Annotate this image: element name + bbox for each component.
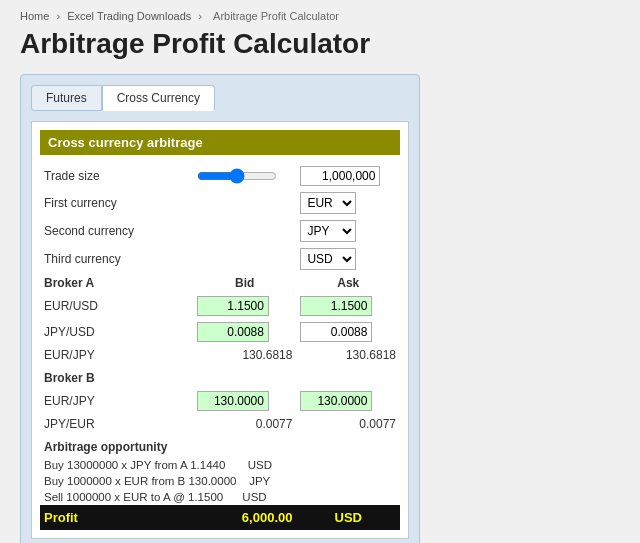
tab-bar: Futures Cross Currency <box>31 85 409 111</box>
arb-line-1-text: Buy 13000000 x JPY from A 1.1440 USD <box>40 457 400 473</box>
trade-size-slider[interactable] <box>197 168 277 184</box>
breadcrumb-current: Arbitrage Profit Calculator <box>213 10 339 22</box>
profit-row: Profit 6,000.00 USD <box>40 505 400 530</box>
broker-a-eurusd-label: EUR/USD <box>40 293 193 319</box>
broker-a-jpyusd-bid[interactable] <box>197 322 269 342</box>
third-currency-row: Third currency USD EUR JPY GBP <box>40 245 400 273</box>
broker-a-eurjpy-ask: 130.6818 <box>296 345 400 365</box>
broker-a-jpyusd-bid-cell <box>193 319 297 345</box>
broker-b-jpyeur-row: JPY/EUR 0.0077 0.0077 <box>40 414 400 434</box>
arb-line-3: Sell 1000000 x EUR to A @ 1.1500 USD <box>40 489 400 505</box>
second-currency-row: Second currency JPY EUR USD GBP <box>40 217 400 245</box>
arbitrage-label: Arbitrage opportunity <box>40 434 400 457</box>
tab-cross-currency[interactable]: Cross Currency <box>102 85 215 111</box>
second-currency-select[interactable]: JPY EUR USD GBP <box>300 220 356 242</box>
broker-b-eurjpy-bid-cell <box>193 388 297 414</box>
profit-label: Profit <box>40 505 193 530</box>
broker-a-header: Broker A <box>40 273 193 293</box>
third-currency-label: Third currency <box>40 245 193 273</box>
broker-b-jpyeur-ask: 0.0077 <box>296 414 400 434</box>
tab-container: Futures Cross Currency Cross currency ar… <box>20 74 420 543</box>
trade-size-row: Trade size <box>40 163 400 189</box>
arbitrage-header-row: Arbitrage opportunity <box>40 434 400 457</box>
broker-b-eurjpy-label: EUR/JPY <box>40 388 193 414</box>
broker-b-eurjpy-ask[interactable] <box>300 391 372 411</box>
broker-b-eurjpy-row: EUR/JPY <box>40 388 400 414</box>
broker-a-eurusd-row: EUR/USD <box>40 293 400 319</box>
broker-b-eurjpy-bid[interactable] <box>197 391 269 411</box>
broker-b-eurjpy-ask-cell <box>296 388 400 414</box>
broker-a-eurusd-ask[interactable] <box>300 296 372 316</box>
section-header: Cross currency arbitrage <box>40 130 400 155</box>
arb-line-2-text: Buy 1000000 x EUR from B 130.0000 JPY <box>40 473 400 489</box>
tab-content-cross-currency: Cross currency arbitrage Trade size Firs… <box>31 121 409 539</box>
arb-line-3-text: Sell 1000000 x EUR to A @ 1.1500 USD <box>40 489 400 505</box>
first-currency-row: First currency EUR JPY USD GBP <box>40 189 400 217</box>
bid-header: Bid <box>193 273 297 293</box>
first-currency-label: First currency <box>40 189 193 217</box>
second-currency-label: Second currency <box>40 217 193 245</box>
breadcrumb-home[interactable]: Home <box>20 10 49 22</box>
broker-b-jpyeur-label: JPY/EUR <box>40 414 193 434</box>
broker-a-eurusd-bid[interactable] <box>197 296 269 316</box>
broker-a-eurjpy-label: EUR/JPY <box>40 345 193 365</box>
calculator-table: Trade size First currency EUR JPY <box>40 163 400 530</box>
arb-line-1: Buy 13000000 x JPY from A 1.1440 USD <box>40 457 400 473</box>
profit-currency: USD <box>296 505 400 530</box>
broker-a-jpyusd-ask-cell <box>296 319 400 345</box>
broker-b-label: Broker B <box>40 365 400 388</box>
broker-a-eurjpy-row: EUR/JPY 130.6818 130.6818 <box>40 345 400 365</box>
tab-futures[interactable]: Futures <box>31 85 102 111</box>
arb-line-2: Buy 1000000 x EUR from B 130.0000 JPY <box>40 473 400 489</box>
third-currency-select[interactable]: USD EUR JPY GBP <box>300 248 356 270</box>
broker-a-eurusd-bid-cell <box>193 293 297 319</box>
trade-size-slider-cell <box>193 163 297 189</box>
broker-b-header-row: Broker B <box>40 365 400 388</box>
page-title: Arbitrage Profit Calculator <box>20 28 620 60</box>
column-headers-row: Broker A Bid Ask <box>40 273 400 293</box>
breadcrumb: Home › Excel Trading Downloads › Arbitra… <box>20 10 620 22</box>
breadcrumb-downloads[interactable]: Excel Trading Downloads <box>67 10 191 22</box>
first-currency-select[interactable]: EUR JPY USD GBP <box>300 192 356 214</box>
trade-size-label: Trade size <box>40 163 193 189</box>
broker-a-jpyusd-label: JPY/USD <box>40 319 193 345</box>
broker-a-eurjpy-bid: 130.6818 <box>193 345 297 365</box>
broker-b-jpyeur-bid: 0.0077 <box>193 414 297 434</box>
trade-size-value-cell <box>296 163 400 189</box>
ask-header: Ask <box>296 273 400 293</box>
profit-value: 6,000.00 <box>193 505 297 530</box>
broker-a-jpyusd-ask[interactable] <box>300 322 372 342</box>
trade-size-input[interactable] <box>300 166 380 186</box>
broker-a-eurusd-ask-cell <box>296 293 400 319</box>
broker-a-jpyusd-row: JPY/USD <box>40 319 400 345</box>
